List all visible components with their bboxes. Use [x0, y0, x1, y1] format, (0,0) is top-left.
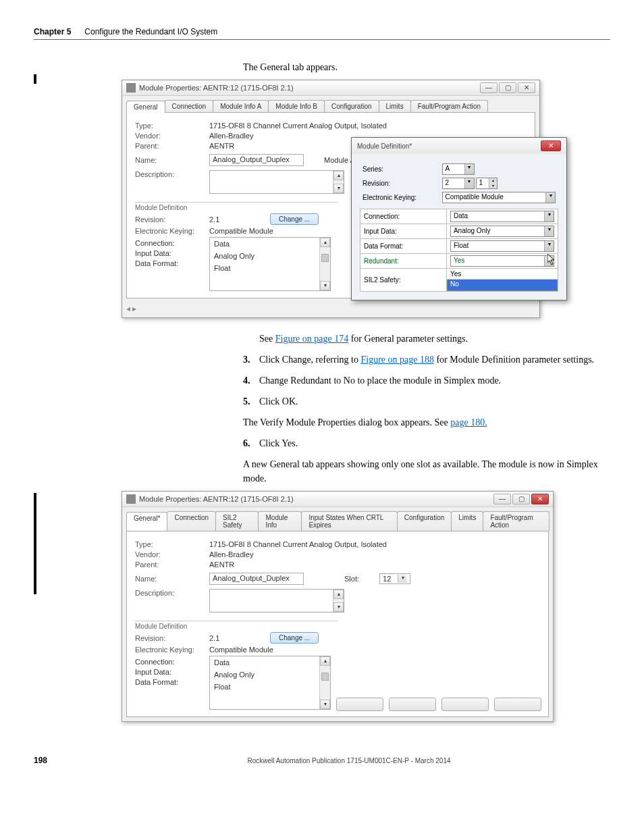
see-text-after: for General parameter settings.	[348, 334, 468, 344]
step-5: Click OK.	[259, 396, 298, 407]
slot-value: 12	[383, 575, 391, 583]
app-icon	[126, 83, 136, 93]
step-3a: Click Change, referring to	[259, 355, 360, 365]
module-definition-header: Module Definition	[135, 202, 338, 211]
close-button[interactable]: ✕	[531, 494, 549, 504]
tab-configuration[interactable]: Configuration	[324, 100, 379, 112]
name-field[interactable]: Analog_Output_Duplex	[209, 573, 304, 585]
see-text: See	[259, 334, 275, 344]
step-3b: for Module Definition parameter settings…	[434, 355, 594, 365]
dialog-button[interactable]	[389, 698, 436, 711]
scroll-down-icon[interactable]: ▾	[320, 700, 330, 709]
dialog-button[interactable]	[336, 698, 383, 711]
scrollbar[interactable]: ▴ ▾	[333, 171, 344, 193]
scroll-thumb[interactable]	[321, 673, 329, 681]
tab-limits[interactable]: Limits	[451, 511, 483, 531]
vendor-label: Vendor:	[135, 132, 209, 140]
module-definition-group: Module Definition Revision: 2.1 Change .…	[135, 621, 540, 710]
description-field[interactable]: ▴ ▾	[209, 170, 344, 194]
scrollbar[interactable]: ▴ ▾	[319, 656, 330, 709]
change-button[interactable]: Change ...	[270, 213, 319, 225]
vendor-value: Allen-Bradley	[209, 550, 253, 558]
grid-input-select[interactable]: Analog Only▾	[450, 226, 554, 237]
description-field[interactable]: ▴ ▾	[209, 589, 344, 613]
type-value: 1715-OF8I 8 Channel Current Analog Outpu…	[209, 540, 387, 548]
grid-format-select[interactable]: Float▾	[450, 240, 554, 252]
app-icon	[126, 494, 136, 504]
change-bar	[34, 493, 36, 594]
description-label: Description:	[135, 589, 209, 597]
data-format-value: Float	[210, 681, 330, 693]
scroll-down-icon[interactable]: ▾	[333, 602, 344, 612]
connection-label: Connection:	[135, 658, 175, 666]
tab-sil2-safety[interactable]: SIL2 Safety	[215, 511, 259, 531]
series-label: Series:	[360, 162, 439, 176]
grid-connection-select[interactable]: Data▾	[450, 211, 554, 222]
tab-fault[interactable]: Fault/Program Action	[410, 100, 488, 112]
chevron-down-icon: ▾	[544, 226, 554, 236]
scrollbar[interactable]: ▴ ▾	[333, 590, 344, 612]
module-definition-popup: Module Definition* ✕ Series: A▾ Revision…	[351, 137, 567, 301]
ek-select[interactable]: Compatible Module▾	[442, 192, 556, 203]
scrollbar[interactable]: ▴ ▾	[319, 238, 330, 290]
close-button[interactable]: ✕	[518, 82, 535, 93]
module-definition-header: Module Definition	[135, 621, 338, 630]
parent-label: Parent:	[135, 561, 209, 569]
name-field[interactable]: Analog_Output_Duplex	[209, 154, 304, 166]
revision-label: Revision:	[135, 215, 209, 224]
figure-174-link[interactable]: Figure on page 174	[275, 334, 348, 344]
slot-select[interactable]: 12▾	[379, 573, 410, 584]
tab-configuration[interactable]: Configuration	[397, 511, 452, 531]
general-panel: Type:1715-OF8I 8 Channel Current Analog …	[126, 531, 549, 717]
tab-module-info-b[interactable]: Module Info B	[268, 100, 325, 112]
input-data-label: Input Data:	[135, 249, 171, 257]
revision-value: 2.1	[209, 215, 270, 224]
ek-label: Electronic Keying:	[135, 227, 209, 235]
minimize-button[interactable]: —	[493, 494, 511, 504]
tab-connection[interactable]: Connection	[165, 100, 214, 112]
dialog-button[interactable]	[494, 698, 541, 711]
scroll-up-icon[interactable]: ▴	[333, 590, 344, 599]
change-button[interactable]: Change ...	[270, 632, 319, 644]
tab-module-info-a[interactable]: Module Info A	[213, 100, 269, 112]
popup-close-button[interactable]: ✕	[541, 140, 561, 151]
parent-label: Parent:	[135, 142, 209, 150]
scroll-down-icon[interactable]: ▾	[333, 184, 344, 193]
tab-general[interactable]: General	[126, 101, 165, 113]
maximize-button[interactable]: ▢	[499, 82, 516, 93]
tab-fault[interactable]: Fault/Program Action	[483, 511, 549, 531]
maximize-button[interactable]: ▢	[512, 494, 530, 504]
revision-major-select[interactable]: 2▾	[442, 178, 475, 189]
dialog-button[interactable]	[441, 698, 489, 711]
grid-redundant-select[interactable]: Yes▾	[450, 255, 554, 267]
type-label: Type:	[135, 540, 209, 548]
scroll-up-icon[interactable]: ▴	[320, 656, 330, 666]
scroll-down-icon[interactable]: ▾	[320, 281, 330, 290]
definition-listbox[interactable]: Data Analog Only Float ▴ ▾	[209, 656, 331, 710]
revision-minor-spinner[interactable]: 1▴▾	[476, 178, 498, 189]
figure-188-link[interactable]: Figure on page 188	[360, 355, 433, 365]
tab-row: General Connection Module Info A Module …	[122, 96, 539, 112]
page-180-link[interactable]: page 180.	[450, 417, 487, 427]
series-select[interactable]: A▾	[442, 163, 475, 175]
publication-info: Rockwell Automation Publication 1715-UM0…	[88, 757, 610, 764]
scroll-up-icon[interactable]: ▴	[333, 171, 344, 180]
chevron-down-icon: ▾	[545, 192, 555, 203]
tab-general[interactable]: General*	[126, 512, 167, 531]
tab-input-states[interactable]: Input States When CRTL Expires	[301, 511, 397, 531]
spin-down-icon[interactable]: ▾	[489, 184, 497, 189]
minimize-button[interactable]: —	[480, 82, 498, 93]
tab-limits[interactable]: Limits	[379, 100, 411, 112]
dropdown-option-no[interactable]: No	[447, 280, 558, 291]
scroll-thumb[interactable]	[321, 254, 329, 262]
definition-listbox[interactable]: Data Analog Only Float ▴ ▾	[209, 237, 331, 291]
tab-module-info[interactable]: Module Info	[258, 511, 302, 531]
tab-connection[interactable]: Connection	[167, 511, 216, 531]
screenshot-2: Module Properties: AENTR:12 (1715-OF8I 2…	[122, 491, 610, 722]
ek-value: Compatible Module	[209, 646, 273, 654]
change-bar	[34, 74, 36, 84]
spin-up-icon[interactable]: ▴	[489, 178, 497, 184]
scroll-up-icon[interactable]: ▴	[320, 238, 330, 247]
connection-label: Connection:	[135, 239, 175, 247]
connection-value: Data	[210, 238, 330, 250]
